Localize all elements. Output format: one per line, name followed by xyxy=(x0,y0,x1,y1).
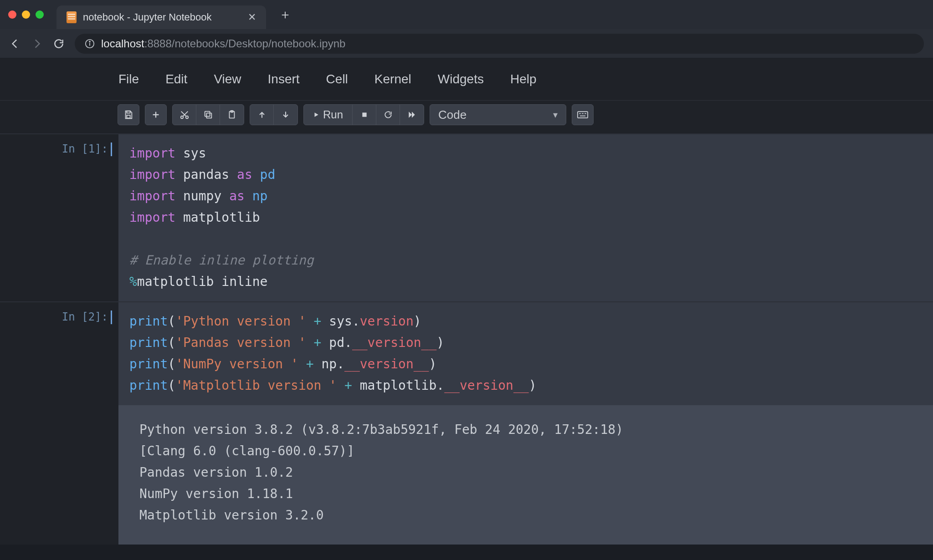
insert-cell-button[interactable] xyxy=(145,104,167,125)
site-info-icon[interactable] xyxy=(85,39,95,49)
run-label: Run xyxy=(323,108,343,121)
back-button[interactable] xyxy=(9,38,21,50)
url-text: localhost:8888/notebooks/Desktop/noteboo… xyxy=(101,37,345,50)
svg-rect-12 xyxy=(205,112,210,117)
browser-toolbar: localhost:8888/notebooks/Desktop/noteboo… xyxy=(0,29,933,58)
restart-run-all-button[interactable] xyxy=(400,105,424,125)
new-tab-button[interactable]: ＋ xyxy=(271,6,300,23)
code-editor[interactable]: import sys import pandas as pd import nu… xyxy=(118,134,933,301)
forward-button[interactable] xyxy=(31,38,43,50)
menubar: File Edit View Insert Cell Kernel Widget… xyxy=(0,58,933,100)
input-prompt: In [1]: xyxy=(0,134,118,301)
code-cell[interactable]: In [1]: import sys import pandas as pd i… xyxy=(0,133,933,301)
run-control-group: Run xyxy=(303,104,424,125)
move-up-button[interactable] xyxy=(250,105,274,125)
move-down-button[interactable] xyxy=(274,105,297,125)
cell-type-value: Code xyxy=(438,108,466,122)
restart-button[interactable] xyxy=(376,105,400,125)
notebook-app: File Edit View Insert Cell Kernel Widget… xyxy=(0,58,933,545)
move-cell-group xyxy=(250,104,298,125)
code-editor[interactable]: print('Python version ' + sys.version) p… xyxy=(118,302,933,405)
cut-copy-paste-group xyxy=(172,104,244,125)
svg-rect-16 xyxy=(578,112,588,118)
close-window-icon[interactable] xyxy=(8,10,16,19)
close-tab-icon[interactable]: ✕ xyxy=(248,11,256,23)
menu-edit[interactable]: Edit xyxy=(165,72,187,87)
menu-view[interactable]: View xyxy=(214,72,241,87)
toolbar: Run Code ▾ xyxy=(0,100,933,131)
cut-button[interactable] xyxy=(173,105,196,125)
cell-type-select[interactable]: Code ▾ xyxy=(430,104,566,125)
menu-file[interactable]: File xyxy=(118,72,139,87)
browser-tab[interactable]: notebook - Jupyter Notebook ✕ xyxy=(56,5,266,29)
tab-title: notebook - Jupyter Notebook xyxy=(83,11,212,23)
browser-tab-strip: notebook - Jupyter Notebook ✕ ＋ xyxy=(0,0,933,29)
cell-output: Python version 3.8.2 (v3.8.2:7b3ab5921f,… xyxy=(118,405,933,544)
run-button[interactable]: Run xyxy=(304,105,353,125)
minimize-window-icon[interactable] xyxy=(22,10,30,19)
save-button[interactable] xyxy=(118,104,139,125)
maximize-window-icon[interactable] xyxy=(36,10,44,19)
command-palette-button[interactable] xyxy=(572,104,594,125)
menu-cell[interactable]: Cell xyxy=(326,72,348,87)
menu-widgets[interactable]: Widgets xyxy=(438,72,484,87)
code-cell[interactable]: In [2]: print('Python version ' + sys.ve… xyxy=(0,301,933,544)
reload-button[interactable] xyxy=(53,38,65,50)
svg-rect-15 xyxy=(362,112,366,117)
menu-kernel[interactable]: Kernel xyxy=(374,72,411,87)
svg-rect-4 xyxy=(127,115,130,118)
svg-rect-11 xyxy=(206,113,211,118)
paste-button[interactable] xyxy=(220,105,244,125)
window-controls xyxy=(8,10,44,19)
jupyter-favicon-icon xyxy=(67,11,77,23)
cells-container: In [1]: import sys import pandas as pd i… xyxy=(0,131,933,545)
chevron-down-icon: ▾ xyxy=(553,109,558,120)
menu-insert[interactable]: Insert xyxy=(268,72,300,87)
copy-button[interactable] xyxy=(196,105,220,125)
svg-point-2 xyxy=(89,41,90,42)
input-prompt: In [2]: xyxy=(0,302,118,544)
svg-rect-3 xyxy=(127,111,130,113)
interrupt-button[interactable] xyxy=(353,105,376,125)
address-bar[interactable]: localhost:8888/notebooks/Desktop/noteboo… xyxy=(75,34,924,54)
menu-help[interactable]: Help xyxy=(510,72,537,87)
